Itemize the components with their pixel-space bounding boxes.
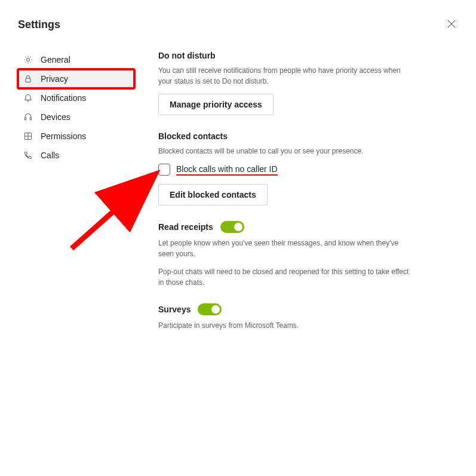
sidebar-item-devices[interactable]: Devices xyxy=(18,108,134,127)
page-title: Settings xyxy=(18,19,60,31)
close-icon xyxy=(447,20,456,28)
block-callerid-row: Block calls with no caller ID xyxy=(158,164,409,176)
svg-rect-5 xyxy=(30,118,31,120)
headset-icon xyxy=(23,112,33,122)
readreceipts-title: Read receipts xyxy=(158,222,213,232)
surveys-toggle[interactable] xyxy=(198,303,222,315)
dnd-section: Do not disturb You can still receive not… xyxy=(158,50,409,115)
sidebar-item-calls[interactable]: Calls xyxy=(18,146,134,165)
block-callerid-checkbox[interactable] xyxy=(158,164,170,176)
svg-rect-4 xyxy=(24,118,26,120)
lock-icon xyxy=(23,73,33,84)
sidebar-item-general[interactable]: General xyxy=(18,50,134,69)
blocked-title: Blocked contacts xyxy=(158,131,228,141)
surveys-desc: Participate in surveys from Microsoft Te… xyxy=(158,320,409,331)
sidebar-item-privacy[interactable]: Privacy xyxy=(18,69,134,88)
bell-icon xyxy=(23,93,33,103)
sidebar-item-label: Privacy xyxy=(41,74,68,84)
gear-icon xyxy=(23,54,33,65)
blocked-section: Blocked contacts Blocked contacts will b… xyxy=(158,131,409,205)
dnd-desc: You can still receive notifications from… xyxy=(158,65,409,87)
svg-point-2 xyxy=(27,59,30,62)
sidebar-item-permissions[interactable]: Permissions xyxy=(18,127,134,146)
permission-icon xyxy=(23,131,33,142)
sidebar-item-notifications[interactable]: Notifications xyxy=(18,88,134,108)
readreceipts-toggle[interactable] xyxy=(220,221,244,233)
svg-rect-3 xyxy=(26,78,30,82)
settings-content: Do not disturb You can still receive not… xyxy=(158,50,409,346)
readreceipts-section: Read receipts Let people know when you'v… xyxy=(158,221,409,288)
close-button[interactable] xyxy=(445,17,458,32)
sidebar-item-label: Calls xyxy=(41,151,59,160)
settings-sidebar: General Privacy Notifications Devices xyxy=(18,50,134,346)
sidebar-item-label: Permissions xyxy=(41,131,86,141)
blocked-desc: Blocked contacts will be unable to call … xyxy=(158,146,409,156)
edit-blocked-button[interactable]: Edit blocked contacts xyxy=(158,184,268,205)
readreceipts-desc: Let people know when you've seen their m… xyxy=(158,238,409,259)
surveys-section: Surveys Participate in surveys from Micr… xyxy=(158,303,409,331)
sidebar-item-label: Devices xyxy=(41,112,70,122)
sidebar-item-label: Notifications xyxy=(41,93,86,103)
dnd-title: Do not disturb xyxy=(158,51,216,60)
manage-priority-button[interactable]: Manage priority access xyxy=(158,94,274,115)
block-callerid-label[interactable]: Block calls with no caller ID xyxy=(176,164,278,176)
readreceipts-desc2: Pop-out chats will need to be closed and… xyxy=(158,266,409,288)
phone-icon xyxy=(23,150,33,161)
sidebar-item-label: General xyxy=(41,55,70,65)
surveys-title: Surveys xyxy=(158,305,191,314)
